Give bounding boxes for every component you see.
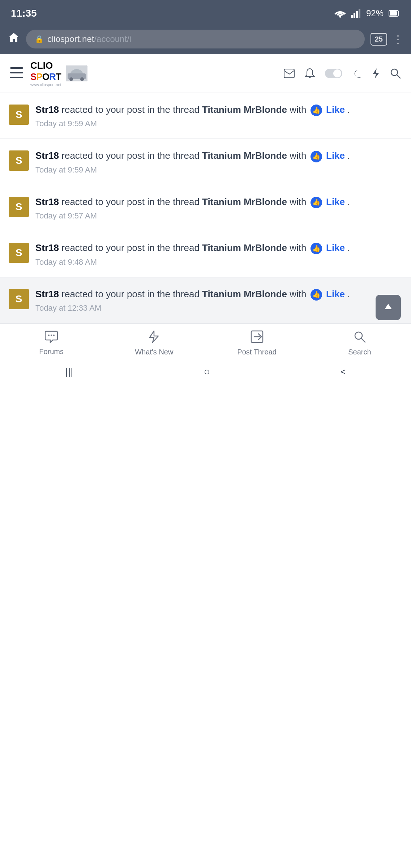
- notification-text: Str18 reacted to your post in the thread…: [35, 288, 402, 301]
- notification-user: Str18: [35, 150, 59, 161]
- notification-text: Str18 reacted to your post in the thread…: [35, 149, 402, 162]
- avatar: S: [9, 105, 29, 125]
- notification-content: Str18 reacted to your post in the thread…: [35, 103, 402, 128]
- scroll-to-top-button[interactable]: [376, 295, 401, 320]
- site-header: CLIO S P O R T www.cliosport.net: [0, 54, 411, 93]
- notification-text: Str18 reacted to your post in the thread…: [35, 103, 402, 116]
- svg-rect-14: [284, 69, 294, 78]
- battery-icon: [389, 10, 400, 17]
- notification-time: Today at 12:33 AM: [35, 303, 402, 313]
- moon-icon[interactable]: [352, 68, 362, 78]
- like-reaction-icon: [311, 105, 322, 116]
- notification-time: Today at 9:59 AM: [35, 165, 402, 175]
- svg-rect-2: [354, 13, 355, 18]
- lock-icon: 🔒: [35, 35, 44, 43]
- battery-percentage: 92%: [366, 8, 384, 18]
- url-text: cliosport.net/account/i: [47, 34, 131, 44]
- notification-thread: Titanium MrBlonde: [202, 104, 287, 115]
- nav-whats-new[interactable]: What's New: [103, 330, 205, 356]
- logo-car-image: [66, 65, 87, 81]
- avatar: S: [9, 243, 29, 263]
- like-reaction-icon: [311, 243, 322, 254]
- browser-bar: 🔒 cliosport.net/account/i 25 ⋮: [0, 25, 411, 54]
- flash-icon[interactable]: [372, 68, 380, 79]
- forums-label: Forums: [39, 348, 64, 356]
- status-icons: 92%: [334, 8, 400, 18]
- wifi-icon: [334, 9, 346, 18]
- svg-rect-6: [390, 11, 397, 16]
- status-time: 11:35: [11, 8, 37, 19]
- notification-content: Str18 reacted to your post in the thread…: [35, 241, 402, 267]
- svg-point-19: [53, 335, 55, 336]
- notification-user: Str18: [35, 104, 59, 115]
- svg-rect-1: [351, 15, 353, 18]
- header-icons: [284, 68, 401, 79]
- notification-content: Str18 reacted to your post in the thread…: [35, 149, 402, 174]
- nav-post-thread[interactable]: Post Thread: [206, 330, 308, 356]
- hamburger-menu-button[interactable]: [10, 67, 23, 80]
- nav-search[interactable]: Search: [308, 330, 411, 356]
- notification-user: Str18: [35, 242, 59, 253]
- search-nav-icon: [353, 330, 366, 345]
- like-reaction-icon: [311, 197, 322, 208]
- svg-rect-7: [10, 67, 23, 69]
- toggle-switch[interactable]: [325, 69, 342, 78]
- notification-text: Str18 reacted to your post in the thread…: [35, 195, 402, 208]
- notification-user: Str18: [35, 289, 59, 299]
- forums-icon: [45, 331, 58, 345]
- search-label: Search: [348, 348, 371, 356]
- svg-rect-3: [356, 11, 358, 18]
- like-reaction-icon: [311, 151, 322, 162]
- home-button[interactable]: ○: [204, 366, 210, 378]
- notification-content: Str18 reacted to your post in the thread…: [35, 288, 402, 313]
- whats-new-icon: [149, 330, 159, 345]
- whats-new-label: What's New: [135, 348, 173, 356]
- notification-time: Today at 9:48 AM: [35, 258, 402, 267]
- browser-home-button[interactable]: [7, 31, 20, 47]
- notification-thread: Titanium MrBlonde: [202, 150, 287, 161]
- notification-item[interactable]: S Str18 reacted to your post in the thre…: [0, 93, 411, 139]
- notification-thread: Titanium MrBlonde: [202, 289, 287, 299]
- svg-point-12: [69, 77, 73, 81]
- browser-more-button[interactable]: ⋮: [393, 33, 404, 45]
- avatar: S: [9, 289, 29, 309]
- svg-point-0: [339, 16, 341, 18]
- notification-time: Today at 9:59 AM: [35, 119, 402, 128]
- nav-forums[interactable]: Forums: [0, 331, 103, 356]
- bell-icon[interactable]: [305, 68, 315, 79]
- notifications-list: S Str18 reacted to your post in the thre…: [0, 93, 411, 323]
- svg-rect-9: [10, 77, 23, 78]
- svg-rect-8: [10, 72, 23, 73]
- mail-icon[interactable]: [284, 69, 295, 78]
- recents-button[interactable]: |||: [65, 366, 73, 378]
- notification-thread: Titanium MrBlonde: [202, 242, 287, 253]
- svg-line-23: [361, 339, 365, 342]
- post-thread-label: Post Thread: [237, 348, 277, 356]
- like-reaction-icon: [311, 289, 322, 301]
- notification-time: Today at 9:57 AM: [35, 211, 402, 221]
- status-bar: 11:35 92%: [0, 0, 411, 25]
- notification-thread: Titanium MrBlonde: [202, 196, 287, 207]
- notification-item[interactable]: S Str18 reacted to your post in the thre…: [0, 277, 411, 323]
- avatar: S: [9, 197, 29, 217]
- search-icon[interactable]: [390, 68, 401, 79]
- signal-icon: [351, 9, 361, 18]
- bottom-navigation: Forums What's New Post Thread Search: [0, 323, 411, 360]
- notification-item[interactable]: S Str18 reacted to your post in the thre…: [0, 139, 411, 185]
- url-bar[interactable]: 🔒 cliosport.net/account/i: [26, 30, 365, 48]
- notification-item[interactable]: S Str18 reacted to your post in the thre…: [0, 231, 411, 277]
- notification-user: Str18: [35, 196, 59, 207]
- svg-point-13: [80, 77, 84, 81]
- notification-text: Str18 reacted to your post in the thread…: [35, 241, 402, 254]
- notification-content: Str18 reacted to your post in the thread…: [35, 195, 402, 221]
- svg-point-17: [48, 335, 50, 336]
- site-logo[interactable]: CLIO S P O R T www.cliosport.net: [30, 60, 87, 87]
- svg-point-18: [51, 335, 52, 336]
- tab-count[interactable]: 25: [371, 33, 387, 46]
- post-thread-icon: [251, 330, 264, 345]
- svg-line-16: [397, 75, 400, 78]
- svg-point-22: [355, 332, 362, 339]
- notification-item[interactable]: S Str18 reacted to your post in the thre…: [0, 185, 411, 231]
- back-button[interactable]: <: [341, 367, 346, 377]
- system-navigation-bar: ||| ○ <: [0, 360, 411, 385]
